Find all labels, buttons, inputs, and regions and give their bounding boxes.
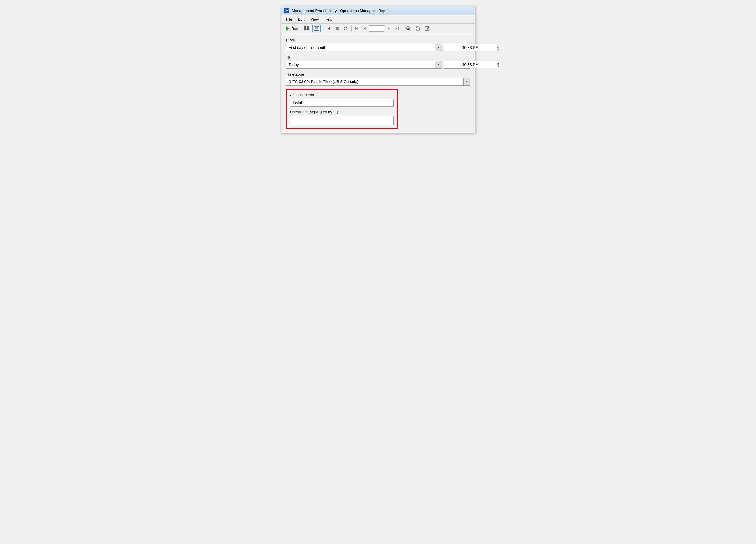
to-date-select[interactable]: Today Yesterday First day of this month … xyxy=(286,61,442,68)
svg-rect-3 xyxy=(307,28,309,29)
svg-rect-7 xyxy=(314,30,319,31)
prev-icon xyxy=(363,27,366,30)
svg-rect-0 xyxy=(304,26,306,28)
window-title: Management Pack History - Operations Man… xyxy=(292,9,390,13)
svg-rect-22 xyxy=(417,26,419,28)
export-button[interactable] xyxy=(423,25,431,32)
layout-view-button[interactable] xyxy=(312,25,321,32)
to-time-input[interactable]: 10:33 PM xyxy=(444,61,497,68)
prev-button[interactable] xyxy=(362,25,368,32)
run-label: Run xyxy=(291,26,298,31)
svg-marker-27 xyxy=(428,27,429,28)
svg-marker-14 xyxy=(388,27,390,30)
first-icon xyxy=(355,27,359,30)
svg-marker-16 xyxy=(396,27,397,30)
from-time-up-button[interactable]: ▲ xyxy=(497,44,499,48)
to-time-up-button[interactable]: ▲ xyxy=(497,61,499,65)
svg-rect-11 xyxy=(355,27,356,30)
stop-icon xyxy=(335,27,339,30)
layout-view-icon xyxy=(314,26,319,31)
from-time-spinner-buttons: ▲ ▼ xyxy=(497,44,499,51)
svg-rect-2 xyxy=(304,28,306,29)
back-icon xyxy=(327,26,331,31)
title-bar: Management Pack History - Operations Man… xyxy=(281,6,475,15)
timezone-select[interactable]: (UTC-08:00) Pacific Time (US & Canada) (… xyxy=(286,78,470,85)
svg-rect-4 xyxy=(304,29,309,30)
svg-line-18 xyxy=(409,29,410,31)
content-area: From First day of this month Today Yeste… xyxy=(281,34,475,133)
menu-bar: File Edit View Help xyxy=(281,15,475,24)
to-date-wrapper: Today Yesterday First day of this month … xyxy=(286,61,442,69)
page-number-box xyxy=(369,25,384,32)
timezone-field-group: Time Zone (UTC-08:00) Pacific Time (US &… xyxy=(286,72,470,86)
to-field-group: To Today Yesterday First day of this mon… xyxy=(286,55,470,69)
menu-edit[interactable]: Edit xyxy=(296,16,307,22)
from-label: From xyxy=(286,38,470,42)
refresh-icon xyxy=(344,26,348,31)
to-label: To xyxy=(286,55,470,59)
menu-file[interactable]: File xyxy=(284,16,294,22)
from-time-input[interactable]: 10:33 PM xyxy=(444,44,497,51)
back-button[interactable] xyxy=(325,25,332,32)
from-time-spinner: 10:33 PM ▲ ▼ xyxy=(444,44,470,51)
timezone-label: Time Zone xyxy=(286,72,470,77)
last-button[interactable] xyxy=(393,25,400,32)
print-icon xyxy=(415,26,420,31)
menu-help[interactable]: Help xyxy=(322,16,335,22)
next-button[interactable] xyxy=(386,25,392,32)
app-icon xyxy=(284,8,289,13)
separator-2 xyxy=(351,25,352,32)
action-criteria-value: Install xyxy=(290,99,394,107)
separator-3 xyxy=(402,25,402,32)
svg-rect-26 xyxy=(427,28,429,31)
svg-rect-15 xyxy=(398,27,399,30)
from-field-row: First day of this month Today Yesterday … xyxy=(286,44,470,51)
timezone-wrapper: (UTC-08:00) Pacific Time (US & Canada) (… xyxy=(286,78,470,86)
refresh-button[interactable] xyxy=(342,25,349,32)
zoom-button[interactable] xyxy=(404,25,412,32)
criteria-section: Action Criteria Install Username (separa… xyxy=(286,89,398,129)
svg-rect-23 xyxy=(417,29,419,30)
svg-point-24 xyxy=(419,28,419,29)
separator-1 xyxy=(323,25,323,32)
svg-rect-6 xyxy=(315,27,318,29)
from-date-select[interactable]: First day of this month Today Yesterday … xyxy=(286,44,442,51)
action-criteria-label: Action Criteria xyxy=(290,93,394,97)
svg-marker-12 xyxy=(356,27,358,30)
svg-marker-10 xyxy=(346,27,347,28)
run-button[interactable]: Run xyxy=(283,25,302,32)
to-time-spinner: 10:33 PM ▲ ▼ xyxy=(444,61,470,69)
from-date-wrapper: First day of this month Today Yesterday … xyxy=(286,44,442,51)
to-time-down-button[interactable]: ▼ xyxy=(497,65,499,68)
to-field-row: Today Yesterday First day of this month … xyxy=(286,61,470,69)
from-time-down-button[interactable]: ▼ xyxy=(497,48,499,51)
username-input[interactable] xyxy=(290,116,394,125)
toolbar: Run xyxy=(281,24,475,34)
run-icon xyxy=(286,26,290,31)
svg-rect-9 xyxy=(336,27,339,30)
first-button[interactable] xyxy=(353,25,360,32)
next-icon xyxy=(387,27,390,30)
last-icon xyxy=(395,27,399,30)
print-button[interactable] xyxy=(414,25,422,32)
svg-rect-1 xyxy=(307,26,309,28)
svg-marker-13 xyxy=(364,27,366,30)
grid-view-button[interactable] xyxy=(303,25,311,32)
grid-view-icon xyxy=(304,26,309,31)
main-window: Management Pack History - Operations Man… xyxy=(281,6,475,133)
from-field-group: From First day of this month Today Yeste… xyxy=(286,38,470,51)
zoom-icon xyxy=(406,26,411,31)
svg-marker-8 xyxy=(328,27,330,30)
menu-view[interactable]: View xyxy=(308,16,321,22)
stop-button[interactable] xyxy=(334,25,341,32)
export-icon xyxy=(425,26,429,31)
username-label: Username (separated by ";") xyxy=(290,110,394,114)
to-time-spinner-buttons: ▲ ▼ xyxy=(497,61,499,68)
